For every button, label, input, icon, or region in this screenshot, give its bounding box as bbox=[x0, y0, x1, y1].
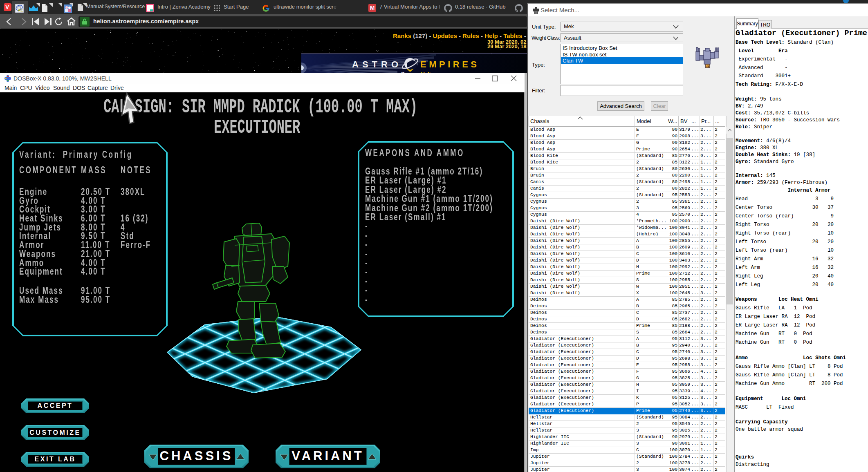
svg-text:AE: AE bbox=[18, 8, 23, 12]
